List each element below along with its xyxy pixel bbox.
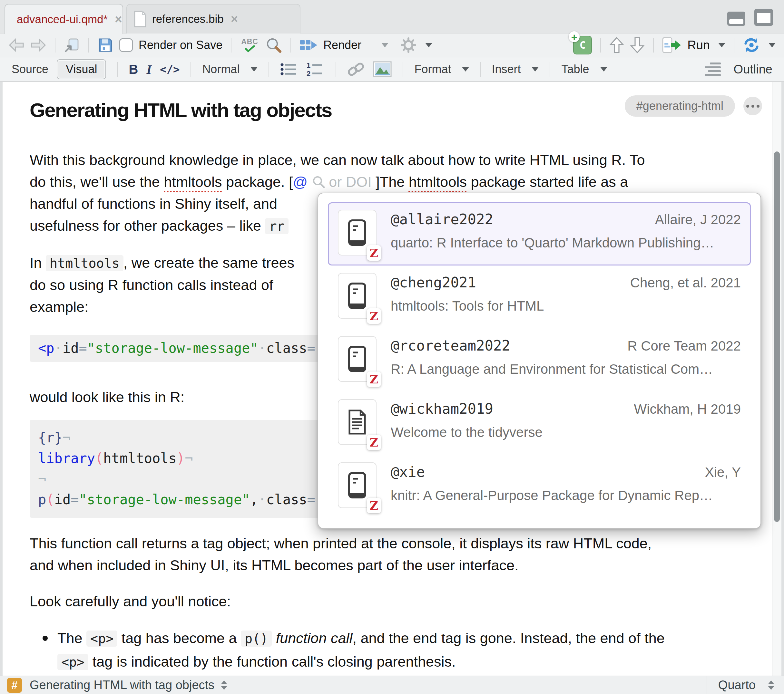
citation-author: Cheng, et al. 2021 [630, 275, 741, 291]
format-toolbar: Source Visual B I </> Normal 1 2 [0, 58, 784, 82]
svg-text:2: 2 [306, 70, 310, 77]
inline-code: htmltools [46, 255, 124, 271]
section-anchor-badge: #generating-html [625, 95, 735, 117]
forward-icon[interactable] [30, 38, 46, 52]
status-bar: # Generating HTML with tag objects Quart… [0, 676, 784, 694]
spellcheck-icon[interactable]: ABC [241, 38, 258, 53]
toolbar-separator [734, 38, 735, 53]
toolbar-separator [653, 38, 654, 53]
or-doi-hint: or DOI [329, 174, 372, 190]
heading-level-icon: # [7, 678, 22, 693]
toolbar-separator [55, 38, 56, 53]
citation-item-xie[interactable]: Z @xie Xie, Y knitr: A General-Purpose P… [328, 455, 751, 518]
chevron-down-icon[interactable] [769, 43, 776, 48]
outline-icon [705, 62, 721, 76]
citation-completion-popup: Z @allaire2022 Allaire, J 2022 quarto: R… [318, 192, 761, 529]
render-icon[interactable] [300, 38, 318, 53]
citation-item-rcoreteam2022[interactable]: Z @rcoreteam2022 R Core Team 2022 R: A L… [328, 329, 751, 392]
tab-references-bib[interactable]: references.bib × [126, 4, 300, 33]
gear-icon[interactable] [400, 37, 417, 53]
close-icon[interactable]: × [231, 13, 238, 25]
toolbar-separator [290, 38, 291, 53]
tab-advanced-ui-qmd[interactable]: advanced-ui.qmd* × [5, 4, 123, 34]
chevron-down-icon[interactable] [381, 43, 389, 48]
citation-id: @cheng2021 [391, 274, 476, 291]
rstudio-editor-window: advanced-ui.qmd* × references.bib × [0, 0, 784, 694]
toolbar-separator [480, 62, 481, 77]
search-icon[interactable] [265, 37, 282, 53]
zotero-icon: Z [367, 498, 381, 513]
toolbar-separator [117, 62, 118, 77]
link-icon[interactable] [347, 61, 365, 78]
go-previous-section-icon[interactable] [609, 36, 624, 54]
run-button[interactable]: Run [687, 38, 710, 52]
rerun-icon[interactable] [743, 37, 760, 53]
misspelled-word: htmltools [164, 174, 222, 190]
vertical-scrollbar[interactable] [772, 82, 781, 676]
close-icon[interactable]: × [115, 13, 122, 25]
minimize-icon[interactable] [727, 12, 745, 26]
zotero-icon: Z [367, 245, 381, 261]
journal-icon: Z [338, 210, 377, 255]
format-label: Quarto [718, 678, 756, 692]
chevron-down-icon[interactable] [532, 67, 539, 72]
current-section-label[interactable]: Generating HTML with tag objects [30, 678, 214, 692]
journal-icon: Z [338, 273, 377, 319]
image-icon[interactable] [373, 61, 392, 77]
citation-author: Xie, Y [705, 465, 741, 480]
paragraph-tag-object: This function call returns a tag object;… [30, 533, 740, 576]
more-options-icon[interactable] [743, 97, 762, 115]
chevron-down-icon[interactable] [250, 67, 258, 72]
citation-item-allaire2022[interactable]: Z @allaire2022 Allaire, J 2022 quarto: R… [328, 202, 751, 265]
format-selector-icon [768, 681, 774, 690]
paragraph-style-dropdown[interactable]: Normal [202, 62, 239, 76]
source-mode-button[interactable]: Source [12, 62, 48, 76]
toolbar-separator [88, 38, 89, 53]
citation-author: R Core Team 2022 [628, 338, 741, 354]
insert-chunk-icon[interactable]: C+ [573, 36, 592, 54]
italic-button[interactable]: I [147, 62, 152, 77]
format-menu[interactable]: Format [414, 62, 451, 76]
chevron-down-icon[interactable] [600, 67, 607, 72]
ordered-list-icon[interactable]: 1 2 [306, 62, 324, 77]
chevron-down-icon[interactable] [462, 67, 469, 72]
inline-code: p() [241, 630, 272, 646]
plus-icon: + [569, 31, 580, 42]
section-selector-icon[interactable] [221, 681, 227, 690]
chevron-down-icon[interactable] [718, 43, 725, 48]
bullet-list-icon[interactable] [280, 62, 298, 77]
chevron-down-icon[interactable] [425, 43, 432, 48]
maximize-icon[interactable] [754, 9, 773, 26]
run-icon[interactable] [662, 37, 682, 53]
citation-title: htmltools: Tools for HTML [391, 298, 741, 314]
toolbar-separator [191, 62, 191, 77]
citation-item-wickham2019[interactable]: Z @wickham2019 Wickham, H 2019 Welcome t… [328, 392, 751, 455]
inline-code: rr [265, 218, 288, 234]
open-in-window-icon[interactable] [64, 37, 80, 53]
bold-button[interactable]: B [128, 62, 138, 77]
render-on-save-checkbox[interactable] [119, 38, 133, 52]
inline-code: <p> [86, 630, 117, 646]
journal-icon: Z [338, 462, 377, 508]
list-item: The <p> tag has become a p() function ca… [30, 627, 740, 674]
go-next-section-icon[interactable] [630, 36, 645, 54]
render-button[interactable]: Render [323, 38, 361, 52]
visual-mode-button[interactable]: Visual [57, 59, 106, 79]
document-format-selector[interactable]: Quarto [707, 676, 784, 694]
save-icon[interactable] [97, 37, 114, 53]
citation-id: @xie [391, 464, 425, 480]
render-on-save-label: Render on Save [138, 38, 222, 52]
insert-menu[interactable]: Insert [492, 62, 520, 76]
table-menu[interactable]: Table [561, 62, 589, 76]
bullet-list: The <p> tag has become a p() function ca… [30, 627, 740, 674]
window-controls [727, 9, 773, 26]
toolbar-separator [600, 38, 601, 53]
outline-toggle[interactable]: Outline [734, 62, 772, 76]
inline-code: <p> [58, 654, 88, 670]
citation-title: R: A Language and Environment for Statis… [391, 362, 741, 377]
citation-item-cheng2021[interactable]: Z @cheng2021 Cheng, et al. 2021 htmltool… [328, 265, 751, 329]
scrollbar-thumb[interactable] [774, 151, 780, 522]
code-button[interactable]: </> [160, 63, 180, 76]
back-icon[interactable] [8, 38, 25, 52]
search-small-icon [312, 175, 326, 189]
